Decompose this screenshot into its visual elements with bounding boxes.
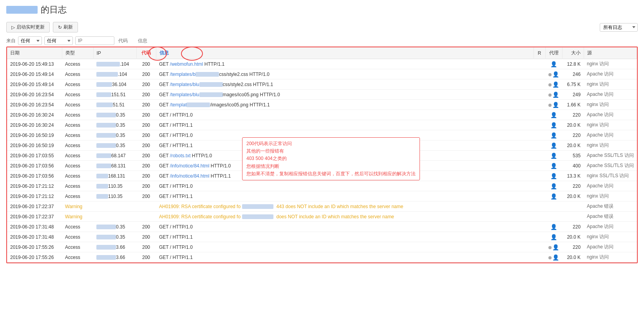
cell-source: nginx 访问 (584, 232, 637, 242)
person-icon: 👤 (550, 234, 557, 240)
table-row: 2019-06-20 16:30:24Access......0.35200GE… (7, 120, 637, 130)
info-link[interactable]: /templates/blu (170, 92, 199, 97)
info-link[interactable]: /templates/b (170, 72, 195, 77)
refresh-label: 刷新 (63, 24, 73, 31)
cell-type: Access (62, 232, 93, 242)
cell-code: 200 (136, 191, 156, 201)
person-icon: 👤 (552, 244, 559, 250)
warning-text: AH01909: RSA certificate configured fo (159, 204, 241, 209)
info-link[interactable]: /robots.txt (170, 153, 191, 158)
header-proxy: 代理 (545, 47, 562, 59)
header-r: R (534, 47, 545, 59)
log-type-select[interactable]: 所有日志 Access日志 Error日志 (600, 23, 638, 32)
cell-date: 2019-06-20 17:03:55 (7, 151, 62, 161)
cell-size: 220 (562, 130, 584, 140)
cell-source: nginx SSL/TLS 访问 (584, 171, 637, 181)
cell-source: Apache 访问 (584, 181, 637, 191)
header-size: 大小 (562, 47, 584, 59)
cell-info: GET / HTTP/1.0 (156, 222, 534, 232)
refresh-button[interactable]: ↻ 刷新 (53, 22, 78, 32)
cell-info: AH01909: RSA certificate configured fo..… (156, 212, 534, 222)
cell-source: nginx 访问 (584, 79, 637, 90)
cell-size: 220 (562, 110, 584, 120)
table-row: 2019-06-20 17:03:55Access......68.147200… (7, 151, 637, 161)
cell-info: GET /templates/b......css/style2.css HTT… (156, 69, 534, 79)
cell-size: 13.3 K (562, 171, 584, 181)
cell-date: 2019-06-20 17:55:26 (7, 252, 62, 262)
cell-proxy: 👤 (545, 171, 562, 181)
cell-date: 2019-06-20 16:23:54 (7, 90, 62, 100)
cell-source: Apache 访问 (584, 130, 637, 140)
table-row: 2019-06-20 17:22:37WarningAH01909: RSA c… (7, 201, 637, 212)
proxy-dot-icon (548, 104, 552, 107)
cell-type: Warning (62, 212, 93, 222)
header-date: 日期 (7, 47, 62, 59)
table-row: 2019-06-20 17:03:56Access......168.13120… (7, 171, 637, 181)
cell-size: 20.0 K (562, 140, 584, 151)
cell-r (534, 59, 545, 69)
cell-date: 2019-06-20 16:50:19 (7, 130, 62, 140)
cell-code (136, 201, 156, 212)
cell-ip: ......0.35 (93, 130, 136, 140)
cell-proxy: 👤 (545, 59, 562, 69)
realtime-icon: ▷ (11, 25, 15, 30)
cell-code: 200 (136, 181, 156, 191)
info-link[interactable]: /webmofun.html (170, 61, 203, 67)
cell-r (534, 191, 545, 201)
proxy-dot-icon (548, 93, 552, 97)
header-source: 源 (584, 47, 637, 59)
cell-info: GET / HTTP/1.0 (156, 181, 534, 191)
cell-date: 2019-06-20 17:31:48 (7, 232, 62, 242)
table-row: 2019-06-20 17:21:12Access......110.35200… (7, 181, 637, 191)
cell-type: Access (62, 191, 93, 201)
info-link[interactable]: /templates/blu (170, 82, 199, 87)
from-select[interactable]: 任何 GET POST (18, 36, 42, 45)
log-table-container: 200代码表示正常访问 其他的一些报错有 403 500 404之类的 您根据情… (6, 47, 638, 263)
cell-ip (93, 212, 136, 222)
warning-suffix: 443 does NOT include an ID which matches… (275, 204, 403, 209)
table-row: 2019-06-20 15:49:14Access......36.104200… (7, 79, 637, 90)
type-select[interactable]: 任何 Access Warning Error (44, 36, 73, 45)
cell-info: GET / HTTP/1.0 (156, 110, 534, 120)
cell-size: 20.0 K (562, 232, 584, 242)
table-row: 2019-06-20 16:50:19Access......0.35200GE… (7, 140, 637, 151)
refresh-icon: ↻ (58, 25, 62, 30)
cell-source: Apache SSL/TLS 访问 (584, 151, 637, 161)
realtime-update-button[interactable]: ▷ 启动实时更新 (6, 22, 50, 32)
cell-ip: ......168.131 (93, 171, 136, 181)
table-row: 2019-06-20 16:50:19Access......0.35200GE… (7, 130, 637, 140)
cell-date: 2019-06-20 17:31:48 (7, 222, 62, 232)
cell-size: 20.0 K (562, 120, 584, 130)
cell-info: GET /info/notice/84.html HTTP/1.1 (156, 171, 534, 181)
info-link[interactable]: /info/notice/84.html (170, 173, 210, 179)
cell-size: 400 (562, 161, 584, 171)
cell-type: Access (62, 222, 93, 232)
cell-r (534, 181, 545, 191)
header-ip: IP (93, 47, 136, 59)
cell-info: GET /templates/blu......mages/ico05.png … (156, 90, 534, 100)
warning-text: AH01909: RSA certificate configured fo (159, 214, 241, 219)
cell-r (534, 79, 545, 90)
ip-input[interactable] (75, 36, 114, 45)
cell-ip: ......3.66 (93, 252, 136, 262)
info-label: 信息 (138, 38, 147, 44)
info-link[interactable]: /templat (170, 102, 187, 108)
info-link[interactable]: /info/notice/84.html (170, 163, 210, 169)
cell-info: GET / HTTP/1.1 (156, 232, 534, 242)
cell-size: 535 (562, 151, 584, 161)
cell-size: 20.0 K (562, 252, 584, 262)
proxy-dot-icon (548, 246, 552, 249)
page-title: 的日志 (6, 4, 67, 16)
cell-code: 200 (136, 59, 156, 69)
cell-r (534, 120, 545, 130)
cell-r (534, 110, 545, 120)
table-row: 2019-06-20 17:55:26Access......3.66200GE… (7, 252, 637, 262)
cell-info: GET / HTTP/1.1 (156, 140, 534, 151)
cell-ip: ......0.35 (93, 110, 136, 120)
cell-proxy: 👤 (545, 181, 562, 191)
cell-code: 200 (136, 100, 156, 110)
cell-r (534, 171, 545, 181)
cell-proxy: 👤 (545, 130, 562, 140)
cell-ip: .......104 (93, 59, 136, 69)
cell-date: 2019-06-20 17:03:56 (7, 171, 62, 181)
